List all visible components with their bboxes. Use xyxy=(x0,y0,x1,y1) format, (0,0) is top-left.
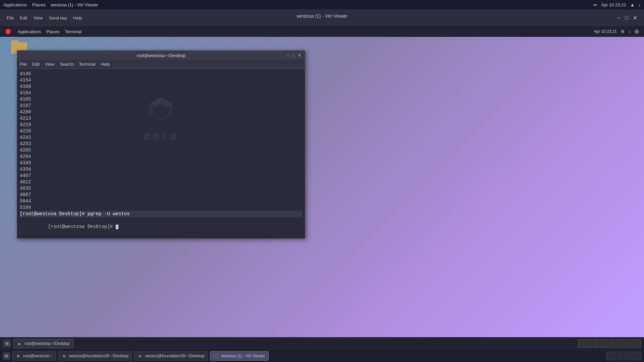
system-datetime: Apr 10 23:21 xyxy=(601,2,626,7)
system-bar: Applications Places westosa (1) - Virt V… xyxy=(0,0,644,9)
main-task-icon-2: ▶ xyxy=(62,353,67,359)
terminal-cursor xyxy=(116,225,118,229)
system-volume-icon: ♪ xyxy=(639,2,641,7)
system-apps-label[interactable]: Applications xyxy=(3,2,27,7)
system-bar-left: Applications Places westosa (1) - Virt V… xyxy=(3,2,98,7)
main-taskbar-corner[interactable]: ⊞ xyxy=(3,352,10,360)
guest-taskbar-box2 xyxy=(594,340,608,348)
system-window-title: westosa (1) - Virt Viewer xyxy=(51,2,98,7)
terminal-output-line: 4265 xyxy=(20,147,302,154)
term-help-menu[interactable]: Help xyxy=(101,62,110,67)
virt-help-menu[interactable]: Help xyxy=(73,15,82,20)
terminal-output-line: 4154 xyxy=(20,77,302,83)
main-taskbar-right xyxy=(606,352,641,360)
main-task-rootwestosb[interactable]: ▶ root@westosb:~ xyxy=(12,351,56,361)
terminal-output-line: 4185 xyxy=(20,96,302,103)
main-right-box1 xyxy=(606,352,623,360)
virt-viewer-bar: File Edit View Send key Help westosa (1)… xyxy=(0,9,644,26)
guest-terminal-task-icon: ▶ xyxy=(17,341,22,346)
terminal-output-line: 4243 xyxy=(20,134,302,141)
terminal-close-button[interactable]: ✕ xyxy=(298,53,302,58)
terminal-content[interactable]: 西部开源 41464154416841844185418742004213421… xyxy=(17,69,305,238)
terminal-output-line: 4220 xyxy=(20,128,302,134)
guest-taskbar-box1 xyxy=(578,340,592,348)
virt-edit-menu[interactable]: Edit xyxy=(20,15,27,20)
terminal-output-line: 4200 xyxy=(20,109,302,115)
guest-taskbar-right xyxy=(578,340,641,348)
corner-icon: ⊞ xyxy=(5,341,9,346)
main-taskbar: ⊞ ▶ root@westosb:~ ▶ westos@foundation39… xyxy=(0,350,644,362)
guest-taskbar-box3 xyxy=(610,340,625,348)
system-places-label[interactable]: Places xyxy=(32,2,45,7)
term-view-menu[interactable]: View xyxy=(45,62,54,67)
terminal-title: root@westosa:~/Desktop xyxy=(137,53,185,58)
desktop-area: ro... root@westosa:~/Desktop – □ ✕ File … xyxy=(0,37,644,350)
main-task-icon-1: ▶ xyxy=(16,353,21,359)
main-task-virt-viewer[interactable]: westosa (1) - Virt Viewer xyxy=(210,351,268,361)
guest-taskbar: ⊞ ▶ root@westosa:~/Desktop xyxy=(0,337,644,350)
main-task-icon-3: ▶ xyxy=(138,353,143,359)
terminal-output-line: 4187 xyxy=(20,103,302,109)
terminal-maximize-button[interactable]: □ xyxy=(292,53,295,58)
terminal-output-line: 4184 xyxy=(20,90,302,96)
term-search-menu[interactable]: Search xyxy=(60,62,73,67)
main-task-label-4: westosa (1) - Virt Viewer xyxy=(221,354,265,358)
term-terminal-menu[interactable]: Terminal xyxy=(79,62,96,67)
terminal-output-line: 4349 xyxy=(20,160,302,166)
terminal-prompt-line: [root@westosa Desktop]# xyxy=(20,217,302,236)
term-file-menu[interactable]: File xyxy=(20,62,27,67)
terminal-output-line: 4219 xyxy=(20,122,302,128)
terminal-output-line: 4812 xyxy=(20,179,302,185)
terminal-minimize-button[interactable]: – xyxy=(287,53,289,58)
main-task-icon-4 xyxy=(214,353,219,359)
prompt-text: [root@westosa Desktop]# xyxy=(48,224,116,229)
main-task-label-1: root@westosb:~ xyxy=(23,354,52,358)
guest-apps-label[interactable]: Applications xyxy=(17,29,41,34)
terminal-output-line: 4253 xyxy=(20,141,302,147)
term-lines: 4146415441684184418541874200421342194220… xyxy=(20,71,302,211)
terminal-output-line: 5104 xyxy=(20,204,302,211)
virt-file-menu[interactable]: File xyxy=(7,15,14,20)
terminal-titlebar: root@westosa:~/Desktop – □ ✕ xyxy=(17,51,305,60)
virt-close-button[interactable]: ✕ xyxy=(633,15,637,21)
terminal-controls: – □ ✕ xyxy=(287,53,302,58)
virt-viewer-menu: File Edit View Send key Help xyxy=(7,15,82,20)
guest-top-bar: Applications Places Terminal Apr 10 23:2… xyxy=(0,26,644,37)
terminal-output-line: 4213 xyxy=(20,115,302,122)
main-task-westos1[interactable]: ▶ westos@foundation39:~/Desktop xyxy=(58,351,132,361)
main-right-box2 xyxy=(625,352,641,360)
system-resize-icon: ⇔ xyxy=(593,2,597,7)
virt-view-menu[interactable]: View xyxy=(33,15,43,20)
guest-terminal-label[interactable]: Terminal xyxy=(65,29,81,34)
guest-power-icon[interactable]: ⏻ xyxy=(635,29,639,34)
main-task-label-3: westos@foundation39:~/Desktop xyxy=(145,354,205,358)
main-task-westos2[interactable]: ▶ westos@foundation39:~/Desktop xyxy=(134,351,208,361)
terminal-output-line: 4168 xyxy=(20,83,302,90)
guest-datetime: Apr 10 23:21 xyxy=(594,29,617,34)
guest-taskbar-corner[interactable]: ⊞ xyxy=(3,340,11,347)
terminal-cmd-line: [root@westosa Desktop]# pgrep -U westos xyxy=(20,211,302,217)
virt-sendkey-menu[interactable]: Send key xyxy=(49,15,67,20)
guest-settings-icon[interactable]: ⚙ xyxy=(621,29,625,34)
main-task-label-2: westos@foundation39:~/Desktop xyxy=(69,354,128,358)
main-corner-icon: ⊞ xyxy=(5,354,8,358)
system-bar-right: ⇔ Apr 10 23:21 ▲ ♪ xyxy=(593,2,641,7)
term-edit-menu[interactable]: Edit xyxy=(32,62,40,67)
virt-maximize-button[interactable]: □ xyxy=(625,15,628,21)
guest-top-bar-right: Apr 10 23:21 ⚙ ♪ ⏻ xyxy=(594,29,639,34)
terminal-output-line: 4146 xyxy=(20,71,302,77)
guest-taskbar-box4 xyxy=(626,340,641,348)
terminal-output-line: 4887 xyxy=(20,192,302,198)
terminal-output-line: 5044 xyxy=(20,198,302,204)
guest-terminal-task[interactable]: ▶ root@westosa:~/Desktop xyxy=(13,339,73,348)
guest-area: Applications Places Terminal Apr 10 23:2… xyxy=(0,26,644,350)
virt-viewer-title: westosa (1) - Virt Viewer xyxy=(297,13,347,19)
virt-viewer-controls: – □ ✕ xyxy=(617,15,637,21)
apps-dot-icon xyxy=(5,29,11,34)
guest-places-label[interactable]: Places xyxy=(46,29,59,34)
system-wifi-icon: ▲ xyxy=(630,2,635,7)
terminal-output-line: 4356 xyxy=(20,166,302,173)
terminal-output-line: 4835 xyxy=(20,185,302,192)
virt-minimize-button[interactable]: – xyxy=(617,15,620,21)
guest-volume-icon[interactable]: ♪ xyxy=(629,29,631,34)
